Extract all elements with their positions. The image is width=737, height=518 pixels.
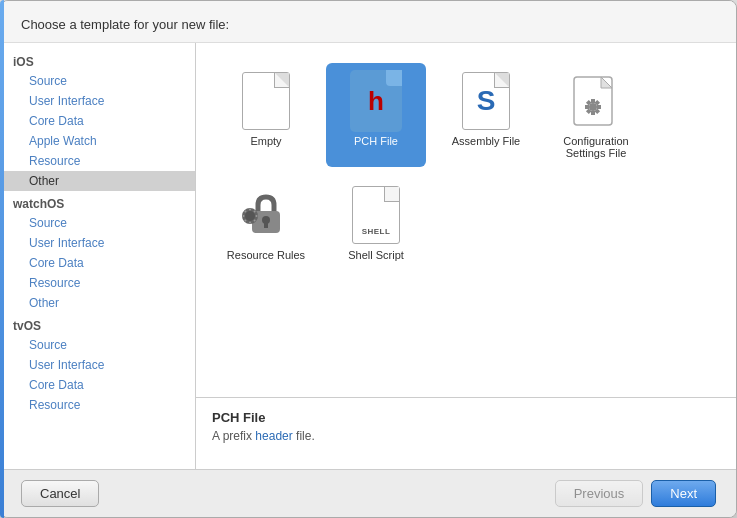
template-item-empty[interactable]: Empty (216, 63, 316, 167)
sidebar-item-tv-source[interactable]: Source (1, 335, 195, 355)
svg-rect-9 (585, 105, 589, 109)
template-item-assembly[interactable]: SAssembly File (436, 63, 536, 167)
sidebar-item-ios-ui[interactable]: User Interface (1, 91, 195, 111)
svg-point-23 (254, 210, 256, 212)
template-icon-assembly: S (456, 71, 516, 131)
dialog-header: Choose a template for your new file: (1, 1, 736, 43)
template-grid: EmptyhPCH FileSAssembly FileConfiguratio… (196, 43, 736, 397)
nav-buttons: Previous Next (555, 480, 716, 507)
template-icon-shell: SHELL (346, 185, 406, 245)
sidebar-item-tv-resource[interactable]: Resource (1, 395, 195, 415)
next-button[interactable]: Next (651, 480, 716, 507)
template-label-config: Configuration Settings File (563, 135, 628, 159)
cancel-button[interactable]: Cancel (21, 480, 99, 507)
template-label-pch: PCH File (354, 135, 398, 147)
svg-point-20 (243, 215, 245, 217)
sidebar-item-watch-resource[interactable]: Resource (1, 273, 195, 293)
svg-point-15 (245, 211, 255, 221)
svg-rect-7 (591, 111, 595, 115)
svg-point-19 (244, 220, 246, 222)
content-area: EmptyhPCH FileSAssembly FileConfiguratio… (196, 43, 736, 469)
template-label-assembly: Assembly File (452, 135, 520, 147)
description-highlight: header (255, 429, 292, 443)
svg-rect-3 (591, 99, 595, 103)
sidebar-item-watch-coredata[interactable]: Core Data (1, 253, 195, 273)
svg-rect-5 (597, 105, 601, 109)
sidebar-item-watch-ui[interactable]: User Interface (1, 233, 195, 253)
template-icon-resourcerules (236, 185, 296, 245)
sidebar-item-watch-other[interactable]: Other (1, 293, 195, 313)
svg-point-2 (589, 103, 597, 111)
sidebar-item-watch-source[interactable]: Source (1, 213, 195, 233)
template-label-empty: Empty (250, 135, 281, 147)
svg-point-17 (254, 220, 256, 222)
sidebar-group-label-tvos: tvOS (1, 313, 195, 335)
dialog-body: iOSSourceUser InterfaceCore DataApple Wa… (1, 43, 736, 469)
sidebar-item-ios-resource[interactable]: Resource (1, 151, 195, 171)
svg-point-22 (249, 209, 251, 211)
sidebar-group-label-ios: iOS (1, 49, 195, 71)
sidebar-item-ios-coredata[interactable]: Core Data (1, 111, 195, 131)
sidebar-group-label-watchos: watchOS (1, 191, 195, 213)
template-label-resourcerules: Resource Rules (227, 249, 305, 261)
template-item-shell[interactable]: SHELLShell Script (326, 177, 426, 269)
description-text: A prefix header file. (212, 429, 720, 443)
sidebar-item-ios-other[interactable]: Other (1, 171, 195, 191)
sidebar-item-tv-coredata[interactable]: Core Data (1, 375, 195, 395)
sidebar-item-ios-applewatch[interactable]: Apple Watch (1, 131, 195, 151)
description-area: PCH File A prefix header file. (196, 397, 736, 469)
svg-point-21 (244, 210, 246, 212)
sidebar: iOSSourceUser InterfaceCore DataApple Wa… (1, 43, 196, 469)
dialog-title: Choose a template for your new file: (21, 17, 229, 32)
template-item-pch[interactable]: hPCH File (326, 63, 426, 167)
template-icon-config (566, 71, 626, 131)
previous-button[interactable]: Previous (555, 480, 644, 507)
svg-point-18 (249, 222, 251, 224)
svg-rect-13 (264, 222, 268, 228)
description-title: PCH File (212, 410, 720, 425)
sidebar-item-ios-source[interactable]: Source (1, 71, 195, 91)
template-label-shell: Shell Script (348, 249, 404, 261)
dialog-footer: Cancel Previous Next (1, 469, 736, 517)
template-item-resourcerules[interactable]: Resource Rules (216, 177, 316, 269)
sidebar-item-tv-ui[interactable]: User Interface (1, 355, 195, 375)
template-icon-pch: h (346, 71, 406, 131)
template-item-config[interactable]: Configuration Settings File (546, 63, 646, 167)
template-icon-empty (236, 71, 296, 131)
svg-point-16 (256, 215, 258, 217)
